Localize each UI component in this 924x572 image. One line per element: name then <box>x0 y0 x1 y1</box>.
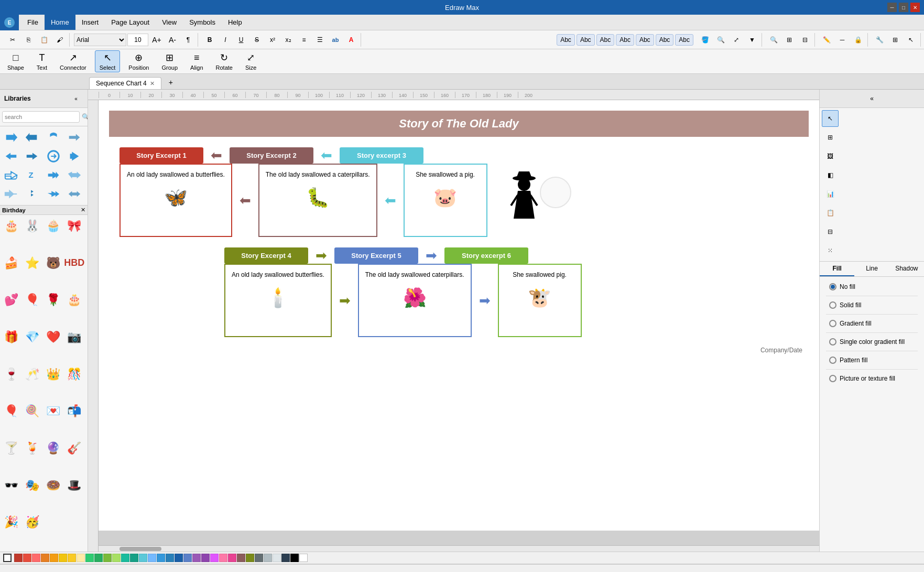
birthday-icon-bunny[interactable]: 🐰 <box>23 217 41 235</box>
birthday-close-icon[interactable]: ✕ <box>81 207 85 213</box>
color-swatch-cyan[interactable] <box>139 554 147 562</box>
scrollbar-thumb-h[interactable] <box>119 547 161 551</box>
color-swatch-blue3[interactable] <box>175 554 183 562</box>
subscript-button[interactable]: x₂ <box>281 33 296 47</box>
fill-option-solid[interactable]: Solid fill <box>824 298 920 312</box>
excerpt4-header[interactable]: Story Excerpt 4 <box>224 247 308 264</box>
birthday-icon-bear[interactable]: 🐻 <box>45 254 62 272</box>
birthday-icon-hbd[interactable]: HBD <box>66 254 83 272</box>
birthday-icon-balloon[interactable]: 🎈 <box>23 291 41 309</box>
wrench-button[interactable]: 🔧 <box>872 33 887 47</box>
italic-button[interactable]: I <box>218 33 233 47</box>
color-swatch-pink3[interactable] <box>228 554 236 562</box>
select2-button[interactable]: ↖ <box>904 33 918 47</box>
excerpt6-content[interactable]: She swallowed pig. 🐮 <box>498 264 582 337</box>
menu-symbols[interactable]: Symbols <box>183 15 222 30</box>
color-swatch-gray[interactable] <box>255 554 263 562</box>
rpanel-format-icon[interactable]: ⊟ <box>822 223 839 240</box>
excerpt3-content[interactable]: She swallowed a pig. 🐷 <box>404 164 487 237</box>
color-swatch-none[interactable] <box>3 554 12 562</box>
tab-close-icon[interactable]: ✕ <box>150 80 155 87</box>
style-2-button[interactable]: Abc <box>577 34 595 46</box>
color-swatch-gray2[interactable] <box>264 554 272 562</box>
sidebar-icon-3[interactable] <box>45 128 62 146</box>
color-swatch-teal2[interactable] <box>130 554 138 562</box>
rpanel-expand-button[interactable]: « <box>865 92 879 105</box>
color-swatch-green[interactable] <box>85 554 94 562</box>
font-size-decrease-button[interactable]: A- <box>165 33 180 47</box>
font-select[interactable]: Arial <box>74 34 126 46</box>
birthday-icon-rose[interactable]: 🌹 <box>45 291 62 309</box>
sidebar-collapse-button[interactable]: « <box>69 92 83 105</box>
search2-button[interactable]: 🔍 <box>766 33 781 47</box>
birthday-icon-cocktail[interactable]: 🍸 <box>2 439 20 457</box>
birthday-icon-cheers[interactable]: 🥂 <box>23 365 41 383</box>
excerpt6-header[interactable]: Story excerpt 6 <box>444 247 528 264</box>
style-7-button[interactable]: Abc <box>675 34 693 46</box>
birthday-icon-balloon2[interactable]: 🎈 <box>2 402 20 420</box>
birthday-icon-hat3[interactable]: 🥳 <box>23 513 41 531</box>
menu-view[interactable]: View <box>156 15 183 30</box>
color-swatch-yellow2[interactable] <box>68 554 76 562</box>
size-tool[interactable]: ⤢ Size <box>241 51 260 72</box>
sidebar-icon-11[interactable] <box>45 166 62 184</box>
sidebar-icon-7[interactable] <box>45 147 62 165</box>
canvas-scrollbar-h[interactable] <box>99 545 819 552</box>
superscript-button[interactable]: x² <box>265 33 280 47</box>
group-tool[interactable]: ⊞ Group <box>157 51 182 72</box>
birthday-icon-cake2[interactable]: 🍰 <box>2 254 20 272</box>
fill-option-pattern[interactable]: Pattern fill <box>824 353 920 367</box>
color-swatch-yellow3[interactable] <box>77 554 85 562</box>
connector-tool[interactable]: ↗ Connector <box>56 51 91 72</box>
sidebar-icon-14[interactable] <box>23 185 41 203</box>
search-button[interactable]: 🔍 <box>713 33 728 47</box>
line-button[interactable]: ─ <box>835 33 850 47</box>
rpanel-table-icon[interactable]: 📋 <box>822 204 839 221</box>
cut-button[interactable]: ✂ <box>5 33 20 47</box>
birthday-icon-guitar[interactable]: 🎸 <box>66 439 83 457</box>
birthday-icon-cupcake2[interactable]: 🎀 <box>66 217 83 235</box>
resize-button[interactable]: ⤢ <box>729 33 744 47</box>
align-tool[interactable]: ≡ Align <box>186 51 207 72</box>
paragraph-button[interactable]: ¶ <box>181 33 195 47</box>
format2-button[interactable]: ⊞ <box>888 33 903 47</box>
bold-button[interactable]: B <box>202 33 217 47</box>
rpanel-scatter-icon[interactable]: ⁙ <box>822 242 839 259</box>
birthday-icon-cake3[interactable]: 🎂 <box>66 291 83 309</box>
style-1-button[interactable]: Abc <box>557 34 575 46</box>
birthday-icon-gift[interactable]: 🎁 <box>2 328 20 346</box>
lock-button[interactable]: 🔒 <box>851 33 865 47</box>
sidebar-icon-2[interactable] <box>23 128 41 146</box>
color-swatch-pink[interactable] <box>210 554 219 562</box>
excerpt3-header[interactable]: Story excerpt 3 <box>340 147 423 164</box>
position-tool[interactable]: ⊕ Position <box>124 51 153 72</box>
color-swatch-red2[interactable] <box>23 554 31 562</box>
color-swatch-blue-light[interactable] <box>148 554 156 562</box>
sidebar-search-button[interactable]: 🔍 <box>82 110 88 124</box>
paste-button[interactable]: 📋 <box>37 33 51 47</box>
menu-help[interactable]: Help <box>222 15 248 30</box>
rpanel-tab-line[interactable]: Line <box>854 262 889 276</box>
birthday-icon-candy[interactable]: 🍭 <box>23 402 41 420</box>
font-size-input[interactable] <box>127 34 148 46</box>
birthday-icon-confetti[interactable]: 🎊 <box>66 365 83 383</box>
collapse-button[interactable]: ⊟ <box>798 33 812 47</box>
sidebar-icon-6[interactable] <box>23 147 41 165</box>
excerpt2-header[interactable]: Story Excerpt 2 <box>230 147 313 164</box>
fill-option-picture[interactable]: Picture or texture fill <box>824 372 920 385</box>
rpanel-grid-icon[interactable]: ⊞ <box>822 129 839 146</box>
excerpt2-content[interactable]: The old lady swallowed a caterpillars. 🐛 <box>258 164 377 237</box>
birthday-icon-martini[interactable]: 🍹 <box>23 439 41 457</box>
rpanel-select-icon[interactable]: ↖ <box>822 110 839 127</box>
color-swatch-gray3[interactable] <box>273 554 281 562</box>
birthday-section-header[interactable]: Birthday ✕ <box>0 205 88 215</box>
sidebar-icon-10[interactable]: Z <box>23 166 41 184</box>
birthday-icon-heart[interactable]: ❤️ <box>45 328 62 346</box>
birthday-icon-hat2[interactable]: 🎉 <box>2 513 20 531</box>
style-6-button[interactable]: Abc <box>656 34 674 46</box>
color-swatch-red[interactable] <box>14 554 23 562</box>
menu-file[interactable]: File <box>21 15 45 30</box>
excerpt4-content[interactable]: An old lady swallowed butterflies. 🕯️ <box>224 264 332 337</box>
excerpt5-content[interactable]: The old lady swallowed caterpillars. 🌺 <box>358 264 472 337</box>
color-swatch-green4[interactable] <box>112 554 121 562</box>
